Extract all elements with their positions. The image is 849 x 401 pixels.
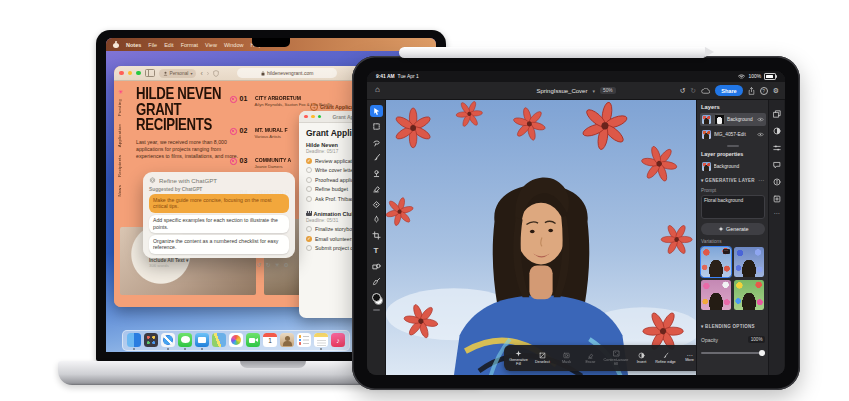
info-icon[interactable] xyxy=(773,178,781,186)
dock-icon-music[interactable]: ♪ xyxy=(331,333,345,347)
minimize-window-button[interactable] xyxy=(128,71,133,76)
eraser-tool[interactable] xyxy=(370,183,383,195)
checkbox-checked-icon[interactable]: ✓ xyxy=(306,236,312,242)
dock-icon-notes[interactable] xyxy=(314,333,328,347)
redo-icon[interactable]: ↻ xyxy=(266,261,271,268)
shape-tool[interactable] xyxy=(370,260,383,272)
more-panels-icon[interactable]: ⋯ xyxy=(774,212,780,214)
variation-thumbnail-1[interactable]: ⋯ xyxy=(701,247,731,277)
dock-icon-finder[interactable] xyxy=(127,333,141,347)
mask-button[interactable]: Mask xyxy=(555,352,578,364)
visibility-eye-icon[interactable] xyxy=(757,132,764,137)
invert-button[interactable]: Invert xyxy=(630,352,653,364)
visibility-eye-icon[interactable] xyxy=(757,117,764,122)
menu-app-name[interactable]: Notes xyxy=(126,42,141,48)
list-item[interactable]: 01 CITY ARBORETUM Ailyn Reynolds, Saxton… xyxy=(230,95,366,107)
forward-button[interactable]: › xyxy=(207,70,209,77)
refine-edge-button[interactable]: Refine edge xyxy=(654,352,677,364)
profile-switcher[interactable]: Personal ▾ xyxy=(159,69,197,78)
add-layer-icon[interactable] xyxy=(773,195,781,203)
layer-mask-thumbnail[interactable] xyxy=(714,114,725,125)
dock-icon-contacts[interactable] xyxy=(280,333,294,347)
dock-icon-calendar[interactable]: 1 xyxy=(263,333,277,347)
settings-gear-icon[interactable]: ⚙ xyxy=(773,87,779,94)
color-swatches[interactable] xyxy=(372,293,381,302)
dock-icon-safari[interactable] xyxy=(161,333,175,347)
checkbox-checked-icon[interactable]: ✓ xyxy=(306,158,312,164)
suggestion-pill[interactable]: Organize the content as a numbered check… xyxy=(149,235,289,254)
properties-icon[interactable] xyxy=(773,144,781,152)
sidebar-toggle-icon[interactable] xyxy=(145,69,155,78)
layer-row-background[interactable]: Background xyxy=(700,113,766,126)
lasso-tool[interactable] xyxy=(370,136,383,148)
nav-funding[interactable]: Funding xyxy=(117,99,122,116)
nav-application[interactable]: Application xyxy=(117,124,122,147)
transform-tool[interactable] xyxy=(370,121,383,133)
blending-options-header[interactable]: ▾ BLENDING OPTIONS xyxy=(701,324,755,329)
generate-button[interactable]: Generate xyxy=(701,223,765,235)
crop-tool[interactable] xyxy=(370,229,383,241)
dock-icon-maps[interactable] xyxy=(212,333,226,347)
dock-icon-messages[interactable] xyxy=(178,333,192,347)
menu-window[interactable]: Window xyxy=(224,42,244,48)
variation-menu-badge[interactable]: ⋯ xyxy=(723,249,730,254)
checkbox-empty-icon[interactable] xyxy=(306,186,312,192)
dock-icon-launchpad[interactable] xyxy=(144,333,158,347)
type-tool[interactable]: T xyxy=(370,245,383,257)
comments-icon[interactable] xyxy=(773,161,781,169)
dock-icon-mail[interactable] xyxy=(195,333,209,347)
settings-gear-icon[interactable]: ⚙ xyxy=(284,261,289,268)
privacy-shield-icon[interactable] xyxy=(213,70,219,77)
properties-layer-row[interactable]: Background xyxy=(700,160,766,173)
opacity-slider[interactable] xyxy=(701,350,765,356)
scope-selector[interactable]: Include All Text ▾ xyxy=(149,257,188,263)
deselect-button[interactable]: Deselect xyxy=(531,352,554,364)
slider-knob[interactable] xyxy=(759,350,765,356)
close-window-button[interactable] xyxy=(119,71,124,76)
content-aware-fill-button[interactable]: Content-aware fill xyxy=(603,350,629,366)
zoom-window-button[interactable] xyxy=(136,71,141,76)
zoom-window-button[interactable] xyxy=(318,115,322,119)
adjustments-icon[interactable] xyxy=(773,127,781,135)
healing-brush-tool[interactable] xyxy=(370,198,383,210)
menu-format[interactable]: Format xyxy=(181,42,198,48)
prompt-input[interactable]: Floral background xyxy=(701,195,765,219)
layer-thumbnail[interactable] xyxy=(702,115,711,124)
layer-thumbnail[interactable] xyxy=(702,130,711,139)
toolbar-handle[interactable] xyxy=(373,309,380,311)
back-button[interactable]: ‹ xyxy=(200,70,202,77)
menu-view[interactable]: View xyxy=(205,42,217,48)
redo-icon[interactable]: ↻ xyxy=(690,87,696,94)
checkbox-empty-icon[interactable] xyxy=(306,177,312,183)
site-logo-icon[interactable]: ✳ xyxy=(118,88,123,95)
checkbox-empty-icon[interactable] xyxy=(306,226,312,232)
brush-tool[interactable] xyxy=(370,152,383,164)
share-button[interactable]: Share xyxy=(715,85,743,96)
erase-button[interactable]: Erase xyxy=(579,352,602,364)
dock-icon-photos[interactable] xyxy=(229,333,243,347)
dock-icon-facetime[interactable] xyxy=(246,333,260,347)
export-icon[interactable] xyxy=(748,87,755,95)
minimize-window-button[interactable] xyxy=(311,115,315,119)
zoom-level-badge[interactable]: 50% xyxy=(600,87,616,94)
smudge-tool[interactable] xyxy=(370,214,383,226)
address-bar[interactable]: hildenevengrant.com xyxy=(237,68,337,78)
layer-row-img[interactable]: IMG_4057-Edit xyxy=(700,128,766,141)
checkbox-empty-icon[interactable] xyxy=(306,167,312,173)
undo-icon[interactable]: ↺ xyxy=(257,261,262,268)
canvas[interactable]: Generative Fill Deselect Mask Erase xyxy=(386,100,696,375)
generative-fill-button[interactable]: Generative Fill xyxy=(507,350,530,366)
apple-logo-icon[interactable] xyxy=(113,41,119,48)
sparkle-icon[interactable]: ✳ xyxy=(275,261,280,268)
variation-thumbnail-2[interactable] xyxy=(734,247,764,277)
dock-icon-reminders[interactable] xyxy=(297,333,311,347)
more-button[interactable]: ⋯ More xyxy=(678,354,696,362)
clone-stamp-tool[interactable] xyxy=(370,167,383,179)
opacity-value[interactable]: 100% xyxy=(748,336,765,343)
move-tool[interactable] xyxy=(370,105,383,117)
cloud-sync-icon[interactable] xyxy=(701,88,710,94)
eyedropper-tool[interactable] xyxy=(370,276,383,288)
undo-icon[interactable]: ↺ xyxy=(679,87,685,94)
variation-thumbnail-4[interactable] xyxy=(734,280,764,310)
checkbox-empty-icon[interactable] xyxy=(306,245,312,251)
